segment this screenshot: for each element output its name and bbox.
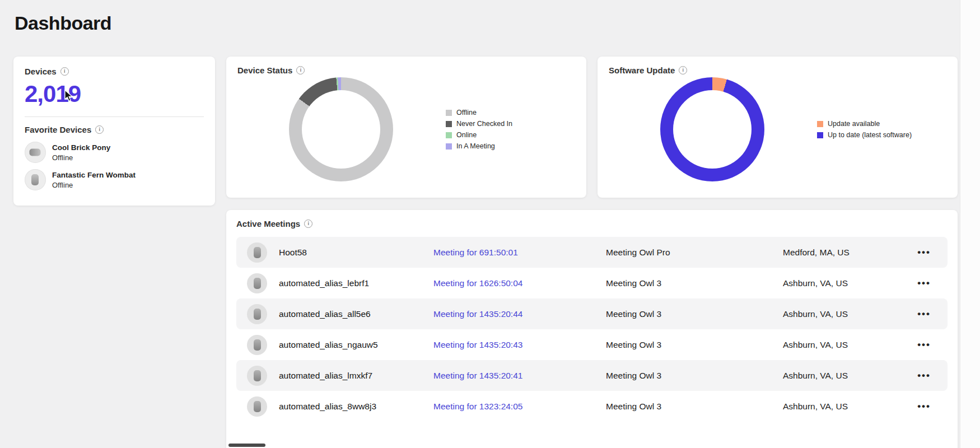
owl-device-icon (25, 142, 46, 163)
info-icon[interactable]: i (60, 67, 69, 76)
meeting-row[interactable]: automated_alias_all5e6 Meeting for 1435:… (236, 298, 948, 329)
scrollbar-gutter (960, 0, 980, 448)
device-location: Ashburn, VA, US (783, 278, 900, 288)
software-update-legend: Update available Up to date (latest soft… (817, 116, 912, 142)
device-name: automated_alias_ngauw5 (279, 340, 433, 350)
meeting-duration-link[interactable]: Meeting for 1323:24:05 (433, 402, 606, 412)
active-meetings-card: Active Meetings i Hoot58 Meeting for 691… (226, 210, 958, 448)
row-actions-button[interactable]: ••• (900, 309, 948, 320)
owl-device-icon (247, 242, 267, 263)
owl-device-icon (247, 304, 267, 324)
legend-item-online: Online (446, 131, 512, 139)
legend-item-update-available: Update available (817, 120, 912, 128)
row-actions-button[interactable]: ••• (900, 247, 948, 258)
favorite-device-name: Fantastic Fern Wombat (52, 171, 136, 179)
meeting-duration-link[interactable]: Meeting for 1626:50:04 (433, 278, 606, 288)
legend-item-offline: Offline (446, 109, 512, 116)
devices-card-title: Devices (25, 67, 57, 76)
meeting-row[interactable]: automated_alias_lebrf1 Meeting for 1626:… (236, 268, 948, 298)
device-model: Meeting Owl Pro (606, 248, 783, 258)
active-meetings-title: Active Meetings (236, 219, 300, 228)
device-location: Ashburn, VA, US (783, 340, 900, 350)
dashboard-content: Devices i 2,019 Favorite Devices i Cool … (0, 34, 980, 448)
device-name: Hoot58 (279, 248, 433, 258)
legend-label: Offline (456, 109, 477, 116)
device-location: Medford, MA, US (783, 248, 900, 258)
device-status-chart-area: Offline Never Checked In Online In (237, 77, 575, 181)
favorite-device-name: Cool Brick Pony (52, 143, 110, 152)
device-model: Meeting Owl 3 (606, 371, 783, 381)
device-model: Meeting Owl 3 (606, 340, 783, 350)
owl-device-icon (25, 169, 46, 190)
meeting-duration-link[interactable]: Meeting for 691:50:01 (433, 248, 606, 258)
device-name: automated_alias_lmxkf7 (279, 371, 433, 381)
legend-label: Online (456, 131, 477, 139)
row-actions-button[interactable]: ••• (900, 401, 948, 412)
horizontal-scrollbar-thumb[interactable] (228, 444, 265, 447)
software-update-header: Software Update i (609, 66, 946, 75)
donut-hole (673, 90, 752, 169)
meeting-duration-link[interactable]: Meeting for 1435:20:44 (433, 309, 606, 319)
legend-item-up-to-date: Up to date (latest software) (817, 131, 912, 139)
page-title: Dashboard (0, 0, 980, 34)
donut-hole (302, 90, 380, 169)
device-name: automated_alias_lebrf1 (279, 278, 433, 288)
divider (25, 116, 204, 117)
meeting-row[interactable]: automated_alias_ngauw5 Meeting for 1435:… (236, 329, 948, 360)
legend-swatch (446, 110, 452, 116)
dashboard-page: { "page": { "title": "Dashboard" }, "ico… (0, 0, 980, 448)
meeting-duration-link[interactable]: Meeting for 1435:20:43 (433, 340, 606, 350)
meeting-duration-link[interactable]: Meeting for 1435:20:41 (433, 371, 606, 381)
favorite-device-item[interactable]: Cool Brick Pony Offline (25, 142, 204, 163)
device-model: Meeting Owl 3 (606, 309, 783, 319)
device-status-card: Device Status i Offline Never (226, 57, 586, 198)
legend-swatch (446, 143, 452, 150)
favorite-device-status: Offline (52, 153, 110, 162)
meeting-row[interactable]: automated_alias_8ww8j3 Meeting for 1323:… (236, 391, 948, 422)
legend-label: Update available (828, 120, 880, 128)
info-icon[interactable]: i (304, 220, 312, 228)
device-name: automated_alias_8ww8j3 (279, 402, 433, 412)
software-update-chart-area: Update available Up to date (latest soft… (609, 77, 946, 181)
device-model: Meeting Owl 3 (606, 278, 783, 288)
info-icon[interactable]: i (679, 66, 687, 74)
meeting-row[interactable]: automated_alias_lmxkf7 Meeting for 1435:… (236, 360, 948, 391)
right-column: Device Status i Offline Never (226, 57, 958, 448)
row-actions-button[interactable]: ••• (900, 370, 948, 381)
legend-swatch (817, 132, 823, 138)
software-update-card: Software Update i Update available (598, 57, 958, 198)
device-location: Ashburn, VA, US (783, 309, 900, 319)
device-status-header: Device Status i (237, 66, 575, 75)
row-actions-button[interactable]: ••• (900, 278, 948, 289)
meeting-row[interactable]: Hoot58 Meeting for 691:50:01 Meeting Owl… (236, 237, 948, 268)
device-location: Ashburn, VA, US (783, 371, 900, 381)
row-actions-button[interactable]: ••• (900, 339, 948, 351)
legend-item-never-checked-in: Never Checked In (446, 120, 512, 128)
devices-card: Devices i 2,019 Favorite Devices i Cool … (13, 57, 215, 206)
status-cards-row: Device Status i Offline Never (226, 57, 958, 198)
favorite-device-status: Offline (52, 181, 136, 189)
software-update-donut-chart (660, 77, 764, 181)
software-update-title: Software Update (609, 66, 675, 75)
devices-count[interactable]: 2,019 (25, 81, 204, 108)
owl-device-icon (247, 366, 267, 386)
legend-swatch (446, 121, 452, 127)
device-name: automated_alias_all5e6 (279, 309, 433, 319)
active-meetings-header: Active Meetings i (236, 219, 948, 228)
legend-item-in-a-meeting: In A Meeting (446, 142, 512, 150)
devices-card-header: Devices i (25, 67, 204, 76)
favorites-title: Favorite Devices (25, 125, 91, 134)
device-location: Ashburn, VA, US (783, 402, 900, 412)
info-icon[interactable]: i (296, 66, 305, 74)
owl-device-icon (247, 335, 267, 355)
owl-device-icon (247, 396, 267, 417)
owl-device-icon (247, 273, 267, 293)
favorites-header: Favorite Devices i (25, 125, 204, 134)
legend-swatch (817, 121, 823, 127)
meetings-table: Hoot58 Meeting for 691:50:01 Meeting Owl… (236, 237, 948, 422)
info-icon[interactable]: i (95, 125, 104, 134)
device-model: Meeting Owl 3 (606, 402, 783, 412)
device-status-donut-chart (289, 77, 393, 181)
favorite-device-item[interactable]: Fantastic Fern Wombat Offline (25, 169, 204, 190)
legend-label: Up to date (latest software) (828, 131, 912, 139)
